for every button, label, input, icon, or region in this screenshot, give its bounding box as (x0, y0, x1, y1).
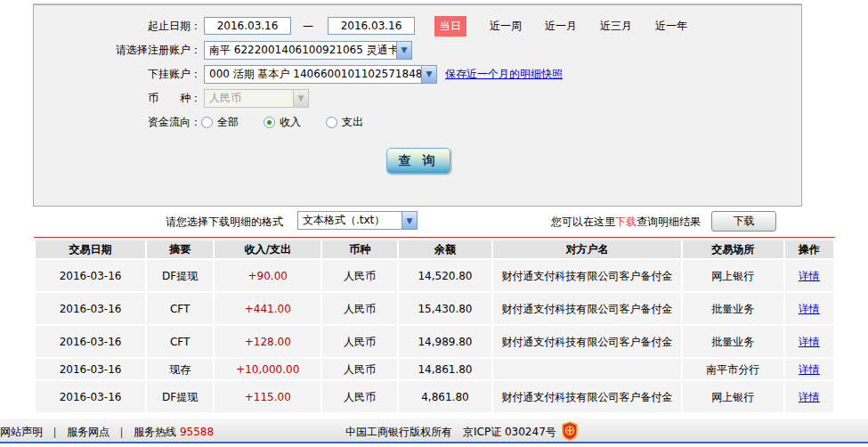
table-row: 2016-03-16 DF提现 +90.00 人民币 14,520.80 财付通… (36, 260, 833, 291)
cell-place: 网上银行 (683, 260, 783, 291)
col-header-balance: 余额 (399, 240, 491, 258)
fund-flow-option-expense[interactable]: 支出 (326, 115, 363, 130)
col-header-place: 交易场所 (683, 240, 783, 258)
sub-account-label: 下挂账户： (34, 67, 201, 82)
detail-link[interactable]: 详情 (799, 336, 820, 348)
cell-counterparty: 财付通支付科技有限公司客户备付金 (493, 260, 681, 291)
start-date-input[interactable] (204, 17, 291, 35)
detail-link[interactable]: 详情 (799, 363, 820, 376)
download-hint-highlight: 下载 (615, 215, 637, 228)
download-button[interactable]: 下载 (711, 211, 776, 232)
cell-currency: 人民币 (322, 260, 397, 291)
date-range-row: 起止日期： — 当日 近一周 近一月 近三月 近一年 (34, 16, 801, 36)
download-hint-prefix: 您可以在这里 (551, 215, 615, 228)
radio-icon[interactable] (201, 117, 213, 128)
footer-hotline-number: 95588 (180, 426, 214, 438)
download-format-label: 请您选择下载明细的格式 (166, 215, 283, 230)
currency-select-disabled: 人民币 ▼ (204, 89, 309, 108)
cell-summary: CFT (147, 326, 213, 357)
col-header-summary: 摘要 (147, 240, 213, 258)
download-hint: 您可以在这里下载查询明细结果 (551, 215, 701, 230)
quick-range-today-button[interactable]: 当日 (434, 16, 466, 37)
footer-divider: ｜ (50, 426, 61, 438)
cell-place: 批量业务 (683, 293, 783, 324)
detail-link[interactable]: 详情 (799, 270, 820, 282)
col-header-date: 交易日期 (36, 240, 145, 258)
cell-date: 2016-03-16 (36, 293, 145, 324)
query-button-row: 查 询 (386, 148, 801, 174)
footer-divider: ｜ (117, 426, 127, 438)
cell-place: 南平市分行 (683, 359, 783, 379)
fund-flow-row: 资金流向： 全部 收入 支出 (34, 112, 801, 132)
query-form-panel: 起止日期： — 当日 近一周 近一月 近三月 近一年 请选择注册账户： 南平 6… (33, 4, 802, 207)
quick-range-month-button[interactable]: 近一月 (545, 19, 577, 34)
footer-hotline-label: 服务热线 (134, 426, 176, 438)
cell-currency: 人民币 (322, 381, 397, 412)
detail-link[interactable]: 详情 (799, 303, 820, 315)
cell-date: 2016-03-16 (36, 326, 145, 357)
download-format-value: 文本格式（.txt） (298, 213, 402, 228)
detail-link[interactable]: 详情 (799, 391, 820, 403)
cell-balance: 14,989.80 (399, 326, 491, 357)
register-account-value: 南平 6222001406100921065 灵通卡 (205, 43, 396, 58)
download-hint-suffix: 查询明细结果 (637, 215, 701, 228)
fund-flow-label: 资金流向： (34, 115, 201, 130)
chevron-down-icon: ▼ (396, 42, 411, 59)
cell-amount: +10,000.00 (215, 359, 320, 379)
table-row: 2016-03-16 DF提现 +115.00 人民币 4,861.80 财付通… (36, 381, 833, 412)
footer-icp: 京ICP证 030247号 (463, 426, 556, 438)
register-account-label: 请选择注册账户： (34, 43, 201, 58)
currency-value: 人民币 (205, 91, 293, 106)
cell-balance: 14,861.80 (399, 359, 491, 379)
cell-counterparty (493, 359, 681, 379)
cell-summary: DF提现 (147, 381, 213, 412)
fund-flow-option-all[interactable]: 全部 (201, 115, 239, 130)
cell-summary: 现存 (147, 359, 213, 379)
cell-place: 网上银行 (683, 381, 783, 412)
save-snapshot-link[interactable]: 保存近一个月的明细快照 (445, 67, 563, 82)
radio-selected-icon[interactable] (264, 117, 275, 128)
quick-range-quarter-button[interactable]: 近三月 (600, 19, 632, 34)
quick-range-week-button[interactable]: 近一周 (490, 19, 522, 34)
footer-link-statement[interactable]: 网站声明 (0, 426, 43, 438)
cell-amount: +115.00 (215, 381, 320, 412)
footer-link-branches[interactable]: 服务网点 (67, 426, 110, 438)
cell-date: 2016-03-16 (36, 260, 145, 291)
end-date-input[interactable] (328, 17, 415, 35)
currency-label: 币 种： (34, 91, 201, 106)
sub-account-select[interactable]: 000 活期 基本户 1406600101102571848 ▼ (204, 65, 437, 84)
col-header-currency: 币种 (322, 240, 397, 258)
cell-counterparty: 财付通支付科技有限公司客户备付金 (493, 326, 681, 357)
query-button[interactable]: 查 询 (386, 148, 450, 174)
cell-counterparty: 财付通支付科技有限公司客户备付金 (493, 293, 681, 324)
cell-summary: DF提现 (147, 260, 213, 291)
radio-icon[interactable] (326, 117, 337, 128)
cell-date: 2016-03-16 (36, 359, 145, 379)
col-header-counterparty: 对方户名 (493, 240, 681, 258)
date-range-label: 起止日期： (34, 19, 201, 34)
cell-counterparty: 财付通支付科技有限公司客户备付金 (493, 381, 681, 412)
cell-amount: +128.00 (215, 326, 320, 357)
cell-currency: 人民币 (322, 293, 397, 324)
cell-balance: 4,861.80 (399, 381, 491, 412)
cell-balance: 14,520.80 (399, 260, 491, 291)
cell-date: 2016-03-16 (36, 381, 145, 412)
download-row: 请您选择下载明细的格式 文本格式（.txt） ▼ 您可以在这里下载查询明细结果 … (0, 211, 868, 232)
cell-currency: 人民币 (322, 326, 397, 357)
table-header-row: 交易日期 摘要 收入/支出 币种 余额 对方户名 交易场所 操作 (36, 240, 833, 258)
register-account-select[interactable]: 南平 6222001406100921065 灵通卡 ▼ (204, 41, 412, 60)
currency-row: 币 种： 人民币 ▼ (34, 88, 801, 108)
transaction-table-section: 交易日期 摘要 收入/支出 币种 余额 对方户名 交易场所 操作 2016-03… (34, 237, 835, 414)
register-account-row: 请选择注册账户： 南平 6222001406100921065 灵通卡 ▼ (34, 40, 801, 60)
chevron-down-icon: ▼ (402, 212, 417, 229)
sub-account-value: 000 活期 基本户 1406600101102571848 (205, 67, 421, 82)
table-row: 2016-03-16 CFT +128.00 人民币 14,989.80 财付通… (36, 326, 833, 357)
col-header-amount: 收入/支出 (215, 240, 320, 258)
date-range-separator: — (303, 20, 313, 32)
fund-flow-radio-group: 全部 收入 支出 (201, 115, 363, 130)
fund-flow-option-income[interactable]: 收入 (264, 115, 301, 130)
download-format-select[interactable]: 文本格式（.txt） ▼ (297, 211, 418, 230)
cell-place: 批量业务 (683, 326, 783, 357)
quick-range-year-button[interactable]: 近一年 (655, 19, 687, 34)
cell-currency: 人民币 (322, 359, 397, 379)
